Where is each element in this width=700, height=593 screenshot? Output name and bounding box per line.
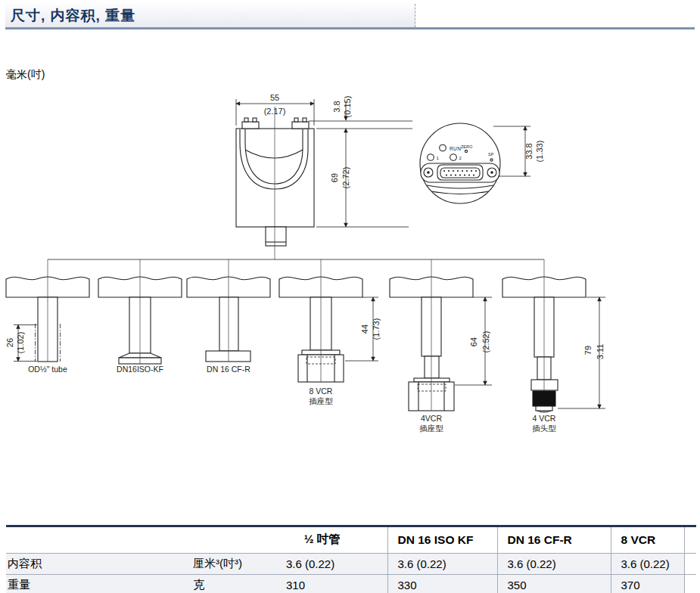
row-unit: 克	[193, 575, 257, 593]
datasheet-page: 尺寸, 内容积, 重量 毫米(吋)	[0, 0, 700, 593]
col-header-8vcr: 8 VCR	[611, 526, 684, 554]
dim-tube-26: 26 (1.02)	[5, 325, 37, 362]
sp-label: SP	[488, 152, 494, 157]
value-dn16-iso-kf: 3.6 (0.22)	[387, 554, 497, 575]
dim-44-in: (1.73)	[372, 318, 381, 340]
dim-8vcr-44: 44 (1.73)	[345, 297, 381, 361]
header-spacer-label	[6, 526, 193, 554]
table-row-internal-volume: 内容积 厘米³(吋³) 3.6 (0.22) 3.6 (0.22) 3.6 (0…	[6, 554, 696, 575]
dim-topview-33-8: 33.8 (1.33)	[493, 126, 544, 176]
dim-33-8-in: (1.33)	[535, 141, 544, 163]
dim-33-8-mm: 33.8	[524, 143, 534, 159]
table-header-row: ½ 吋管 DN 16 ISO KF DN 16 CF-R 8 VCR	[6, 526, 696, 554]
gauge-front-view	[236, 118, 314, 246]
header-spacer-end	[684, 526, 696, 554]
caption-8vcr-type: 插座型	[309, 396, 333, 405]
caption-4vcr-socket: 4VCR	[421, 414, 442, 423]
dim-4vcr-socket-64: 64 (2.52)	[455, 297, 492, 385]
value-dn16-cf-r: 3.6 (0.22)	[497, 554, 611, 575]
dim-79-mm: 79	[583, 346, 593, 355]
dim-4vcr-plug-79: 79 3.11	[558, 297, 605, 408]
dim-26-in: (1.02)	[16, 332, 25, 354]
dim-64-mm: 64	[469, 337, 478, 346]
dim-69-mm: 69	[330, 173, 339, 182]
sp-led-icon	[490, 159, 493, 161]
fitting-4vcr-plug	[531, 297, 558, 390]
dim-3-8-in: (0.15)	[343, 96, 352, 118]
table-row-weight: 重量 克 310 330 350 370	[6, 575, 696, 593]
dim-69-in: (2.72)	[341, 167, 350, 189]
row-label: 重量	[6, 575, 193, 593]
col-header-dn16-cf-r: DN 16 CF-R	[497, 526, 611, 554]
header-spacer-unit	[193, 526, 257, 554]
dim-3-8-mm: 3.8	[332, 101, 341, 112]
dim-44-mm: 44	[360, 324, 369, 334]
value-8vcr: 370	[611, 575, 684, 593]
row-spacer-end	[684, 575, 696, 593]
led1-label: 1	[437, 156, 440, 160]
run-label: RUN	[450, 146, 461, 151]
row-spacer-end	[684, 554, 696, 575]
dim-79-in: 3.11	[596, 344, 605, 360]
led1-icon	[428, 154, 434, 161]
dim-tab-3-8: 3.8 (0.15)	[309, 96, 412, 129]
fitting-dn16-cf-r	[206, 297, 250, 362]
fitting-captions: OD½" tube DN16ISO-KF DN 16 CF-R 8 VCR 插座…	[28, 365, 556, 433]
caption-8vcr: 8 VCR	[310, 387, 333, 396]
value-half-inch: 310	[257, 575, 387, 593]
caption-4vcr-socket-type: 插座型	[419, 424, 443, 433]
value-dn16-cf-r: 350	[497, 575, 611, 593]
dim-64-in: (2.52)	[481, 331, 490, 353]
value-dn16-iso-kf: 330	[387, 575, 497, 593]
caption-4vcr-plug: 4 VCR	[533, 414, 556, 423]
dim-26-mm: 26	[5, 338, 14, 347]
technical-drawing: 55 (2.17) 3.8 (0.15) 69 (2.72)	[0, 0, 700, 593]
led2-icon	[450, 154, 457, 161]
row-label: 内容积	[6, 554, 193, 575]
specs-table: ½ 吋管 DN 16 ISO KF DN 16 CF-R 8 VCR 内容积 厘…	[6, 525, 696, 593]
caption-dn16-cf-r: DN 16 CF-R	[207, 365, 250, 374]
col-header-dn16-iso-kf: DN 16 ISO KF	[387, 526, 497, 554]
col-header-half-inch-tube: ½ 吋管	[257, 526, 387, 554]
led2-label: 2	[459, 156, 462, 160]
zero-led-icon	[465, 150, 467, 152]
value-half-inch: 3.6 (0.22)	[257, 554, 387, 575]
fitting-bodies	[6, 277, 586, 297]
caption-od-half-tube: OD½" tube	[28, 365, 67, 374]
caption-4vcr-plug-type: 插头型	[532, 424, 556, 433]
gauge-top-view: RUN ZERO 1 2 SP	[420, 123, 500, 203]
zero-label: ZERO	[461, 144, 473, 149]
dim-55-mm: 55	[270, 93, 279, 102]
caption-dn16-iso-kf: DN16ISO-KF	[117, 365, 163, 374]
row-unit: 厘米³(吋³)	[193, 554, 257, 575]
vcr4-plug-thread	[533, 391, 555, 412]
dim-height-69: 69 (2.72)	[316, 129, 409, 227]
value-8vcr: 3.6 (0.22)	[611, 554, 684, 575]
run-led-icon	[440, 144, 446, 151]
